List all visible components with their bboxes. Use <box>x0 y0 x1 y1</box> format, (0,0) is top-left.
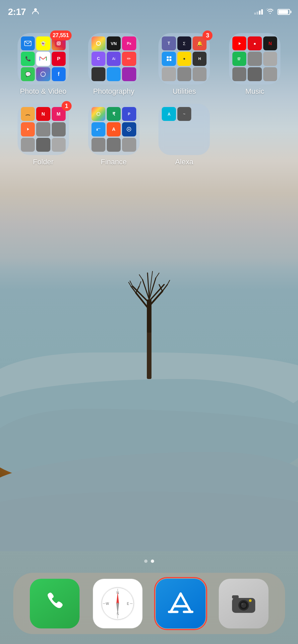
wifi-icon <box>266 8 274 16</box>
folder-finance[interactable]: ₹ P A Finance <box>81 104 147 166</box>
svg-point-81 <box>249 599 252 602</box>
svg-line-70 <box>171 594 181 612</box>
badge-folder: 1 <box>62 101 72 111</box>
mini-app-gray16 <box>122 138 136 152</box>
svg-rect-43 <box>169 59 171 61</box>
mini-app-gray13 <box>52 138 66 152</box>
status-time: 2:17 <box>8 7 26 17</box>
folder-label-photography: Photography <box>93 87 135 96</box>
folder-alexa[interactable]: A ~ Alexa <box>152 104 217 166</box>
mini-app-gray7 <box>248 67 262 81</box>
mini-app-gray5 <box>263 52 277 66</box>
status-left: 2:17 <box>8 7 39 17</box>
battery-fill <box>278 10 288 14</box>
folder-photography[interactable]: VN Px C Ai ✏ Photography <box>81 33 147 96</box>
mini-app-rupee: ₹ <box>107 107 121 121</box>
svg-line-16 <box>139 282 141 286</box>
mini-app-pinterest: P <box>52 52 66 66</box>
folder-icon-photography[interactable]: VN Px C Ai ✏ <box>88 33 140 84</box>
page-dot-2[interactable] <box>151 560 154 563</box>
svg-line-14 <box>156 273 159 278</box>
status-bar: 2:17 <box>0 0 298 20</box>
folder-label-finance: Finance <box>101 158 127 166</box>
mini-app-teams: T <box>162 36 176 50</box>
mini-app-misc <box>36 67 50 81</box>
folder-icon-utilities[interactable]: 3 T Σ 🔔 ● H <box>158 33 210 84</box>
folder-icon-music[interactable]: ● N <box>229 33 280 84</box>
mini-app-vn: VN <box>107 36 121 50</box>
folder-music[interactable]: ● N Music <box>222 33 287 96</box>
folder-utilities[interactable]: 3 T Σ 🔔 ● H Uti <box>152 33 217 96</box>
mini-app-canva: C <box>91 52 105 66</box>
mini-app-alexa2: ~ <box>177 107 191 121</box>
tree <box>129 266 169 379</box>
svg-point-26 <box>60 42 60 42</box>
svg-rect-40 <box>167 56 169 58</box>
svg-point-50 <box>97 112 100 116</box>
badge-utilities: 3 <box>203 30 212 40</box>
mini-app-empty7 <box>193 138 207 152</box>
mini-app-youtube <box>232 36 246 50</box>
svg-rect-42 <box>167 59 169 61</box>
folder-icon-alexa[interactable]: A ~ <box>158 104 210 155</box>
mini-app-n-red: N <box>36 107 50 121</box>
mini-app-empty4 <box>193 122 207 136</box>
mini-app-gray1 <box>162 67 176 81</box>
folder-icon-misc[interactable]: 1 N M <box>18 104 69 155</box>
folder-photo-video[interactable]: 27,551 👻 📞 P 💬 <box>11 33 76 96</box>
mini-app-amazon <box>21 107 35 121</box>
mini-app-whatsapp: 📞 <box>21 52 35 66</box>
mini-app-px: Px <box>122 36 136 50</box>
rock-formation <box>0 253 298 551</box>
mini-app-gmail <box>36 52 50 66</box>
mini-app-purple1 <box>122 67 136 81</box>
mini-app-paytm: P <box>122 107 136 121</box>
svg-text:💬: 💬 <box>25 72 31 77</box>
mini-app-gray8 <box>263 67 277 81</box>
dock: N S W E <box>13 573 285 634</box>
svg-line-13 <box>139 275 143 280</box>
dock-app-appstore[interactable] <box>156 579 206 628</box>
folder-icon-photo-video[interactable]: 27,551 👻 📞 P 💬 <box>18 33 69 84</box>
person-icon <box>32 7 39 17</box>
mini-app-mail <box>21 36 35 50</box>
mini-app-gray9 <box>36 122 50 136</box>
folder-label-utilities: Utilities <box>172 87 196 96</box>
mini-app-blue1 <box>107 67 121 81</box>
badge-photo-video: 27,551 <box>50 30 72 40</box>
page-dots <box>144 560 154 563</box>
folder-label-music: Music <box>245 87 264 96</box>
page-dot-1[interactable] <box>144 560 148 563</box>
svg-rect-53 <box>96 129 98 131</box>
folder-misc[interactable]: 1 N M Folder <box>11 104 76 166</box>
mini-app-yellow: ● <box>177 52 191 66</box>
dock-app-phone[interactable] <box>30 579 80 628</box>
mini-app-gray10 <box>52 122 66 136</box>
mini-app-empty2 <box>162 122 176 136</box>
mini-app-snapchat: 👻 <box>36 36 50 50</box>
mini-app-color2 <box>91 107 105 121</box>
mini-app-grid <box>162 52 176 66</box>
folder-label-misc: Folder <box>33 158 53 166</box>
mini-app-a: A <box>107 122 121 136</box>
mini-app-circle2 <box>122 122 136 136</box>
svg-rect-41 <box>169 56 171 58</box>
mini-app-gray11 <box>21 138 35 152</box>
folder-icon-finance[interactable]: ₹ P A <box>88 104 140 155</box>
mini-app-edit: ✏ <box>122 52 136 66</box>
dock-app-camera[interactable] <box>219 579 268 628</box>
svg-text:👻: 👻 <box>40 41 46 46</box>
svg-point-36 <box>41 72 45 77</box>
svg-point-19 <box>34 8 37 11</box>
svg-rect-29 <box>39 56 47 61</box>
mini-app-messages: 💬 <box>21 67 35 81</box>
svg-rect-80 <box>232 595 239 599</box>
mini-app-gray2 <box>177 67 191 81</box>
mini-app-gray6 <box>232 67 246 81</box>
svg-text:W: W <box>106 602 109 606</box>
svg-point-47 <box>25 111 30 117</box>
mini-app-adobe: Ai <box>107 52 121 66</box>
dock-app-safari[interactable]: N S W E <box>93 579 143 628</box>
svg-point-79 <box>241 603 243 605</box>
tree-branches <box>129 266 169 319</box>
